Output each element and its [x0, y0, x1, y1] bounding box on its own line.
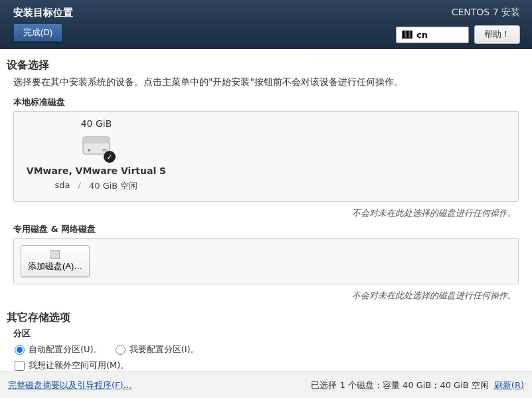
svg-rect-1	[83, 137, 110, 144]
local-disks-note: 不会对未在此处选择的磁盘进行任何操作。	[7, 207, 516, 219]
auto-partition-label: 自动配置分区(U)。	[29, 344, 102, 355]
keyboard-layout-selector[interactable]: cn	[396, 27, 469, 43]
manual-partition-label: 我要配置分区(I)。	[130, 344, 199, 355]
main-content: 设备选择 选择要在其中安装系统的设备。点击主菜单中的"开始安装"按钮前不会对该设…	[0, 49, 532, 392]
special-disks-note: 不会对未在此处选择的磁盘进行任何操作。	[7, 290, 516, 302]
auto-partition-option[interactable]: 自动配置分区(U)。	[15, 344, 102, 355]
partition-radio-row: 自动配置分区(U)。 我要配置分区(I)。	[15, 344, 517, 355]
done-button[interactable]: 完成(D)	[13, 23, 62, 42]
disk-icon-wrap: ✓	[81, 133, 112, 160]
extra-space-checkbox[interactable]	[15, 361, 25, 371]
local-disks-panel: 40 GiB ✓ VMware, VMware Virtual S sda / …	[13, 111, 519, 202]
auto-partition-radio[interactable]	[15, 345, 25, 355]
disk-size: 40 GiB	[81, 118, 112, 129]
footer-bar: 完整磁盘摘要以及引导程序(F)… 已选择 1 个磁盘；容量 40 GiB；40 …	[0, 371, 532, 398]
device-selection-desc: 选择要在其中安装系统的设备。点击主菜单中的"开始安装"按钮前不会对该设备进行任何…	[13, 76, 525, 88]
partition-title: 分区	[13, 328, 525, 340]
special-disks-title: 专用磁盘 & 网络磁盘	[13, 223, 525, 235]
svg-point-2	[88, 149, 90, 151]
add-disk-button[interactable]: 添加磁盘(A)…	[21, 245, 90, 277]
disk-sep: /	[78, 180, 81, 192]
disk-summary-link[interactable]: 完整磁盘摘要以及引导程序(F)…	[8, 379, 132, 391]
add-disk-label: 添加磁盘(A)…	[28, 260, 82, 272]
extra-space-label: 我想让额外空间可用(M)。	[29, 359, 129, 371]
other-storage-title: 其它存储选项	[7, 311, 525, 325]
disk-name: VMware, VMware Virtual S	[27, 165, 166, 176]
lang-help-row: cn 帮助！	[396, 25, 520, 44]
footer-right: 已选择 1 个磁盘；容量 40 GiB；40 GiB 空闲 刷新(R)	[311, 379, 524, 391]
header-right: CENTOS 7 安装 cn 帮助！	[384, 0, 532, 49]
local-disks-title: 本地标准磁盘	[13, 96, 525, 108]
add-disk-icon	[50, 250, 60, 259]
disk-dev: sda	[55, 180, 70, 192]
disk-subinfo: sda / 40 GiB 空闲	[55, 180, 138, 192]
extra-space-option[interactable]: 我想让额外空间可用(M)。	[15, 359, 517, 371]
manual-partition-option[interactable]: 我要配置分区(I)。	[116, 344, 199, 355]
special-disks-panel: 添加磁盘(A)…	[13, 238, 519, 284]
lang-code: cn	[416, 30, 428, 40]
help-button[interactable]: 帮助！	[474, 25, 520, 44]
refresh-link[interactable]: 刷新(R)	[494, 379, 524, 391]
keyboard-icon	[402, 31, 412, 39]
manual-partition-radio[interactable]	[116, 345, 126, 355]
selection-status: 已选择 1 个磁盘；容量 40 GiB；40 GiB 空闲	[311, 379, 488, 391]
header-bar: 安装目标位置 完成(D) CENTOS 7 安装 cn 帮助！	[0, 0, 532, 49]
disk-item[interactable]: 40 GiB ✓ VMware, VMware Virtual S sda / …	[23, 118, 169, 192]
device-selection-title: 设备选择	[7, 58, 525, 72]
page-title: 安装目标位置	[13, 7, 371, 19]
selected-check-icon: ✓	[104, 151, 116, 163]
install-title: CENTOS 7 安装	[452, 7, 520, 19]
disk-free: 40 GiB 空闲	[89, 180, 137, 192]
header-left: 安装目标位置 完成(D)	[0, 0, 384, 49]
